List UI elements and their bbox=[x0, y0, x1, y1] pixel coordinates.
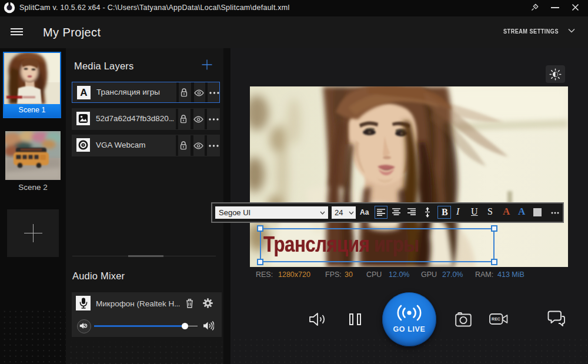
svg-text:REC: REC bbox=[492, 317, 500, 321]
